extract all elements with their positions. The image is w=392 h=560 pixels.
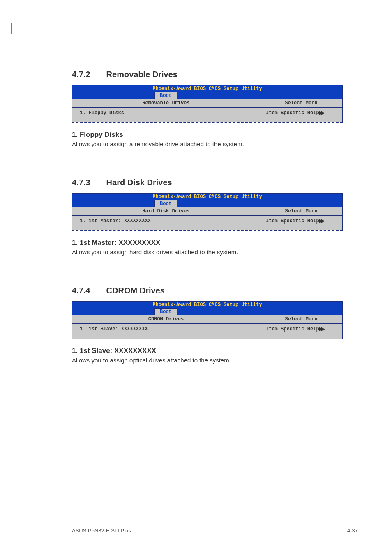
- bios-help-label: Item Specific Help: [266, 110, 319, 116]
- bios-bottom-dash: [72, 339, 343, 339]
- bios-header-row: Removable Drives Select Menu: [72, 99, 342, 107]
- forward-icon: ▶▶: [319, 326, 323, 331]
- subsection-heading: 1. 1st Master: XXXXXXXXX: [72, 239, 343, 247]
- bios-screen-removable: Phoenix-Award BIOS CMOS Setup Utility Bo…: [72, 85, 343, 122]
- bios-header-row: Hard Disk Drives Select Menu: [72, 207, 342, 215]
- bios-header-left: Removable Drives: [72, 99, 260, 107]
- bios-body-row: 1. Floppy Disks Item Specific Help▶▶: [72, 107, 342, 122]
- bios-title: Phoenix-Award BIOS CMOS Setup Utility: [72, 302, 342, 308]
- subsection-text: Allows you to assign a removable drive a…: [72, 141, 343, 147]
- bios-bottom-dash: [72, 230, 343, 231]
- footer-left: ASUS P5N32-E SLI Plus: [72, 528, 131, 534]
- forward-icon: ▶▶: [319, 110, 323, 115]
- bios-tab-row: Boot: [72, 92, 342, 99]
- crop-mark-left: [0, 23, 12, 34]
- bios-body-left: 1. Floppy Disks: [72, 107, 260, 122]
- section-number: 4.7.4: [72, 286, 104, 295]
- bios-tab-row: Boot: [72, 308, 342, 315]
- subsection-heading: 1. 1st Slave: XXXXXXXXX: [72, 347, 343, 355]
- footer-rule: [72, 523, 358, 523]
- bios-body-right: Item Specific Help▶▶: [260, 323, 342, 339]
- bios-title: Phoenix-Award BIOS CMOS Setup Utility: [72, 85, 342, 92]
- bios-screen-harddisk: Phoenix-Award BIOS CMOS Setup Utility Bo…: [72, 193, 343, 230]
- subsection-text: Allows you to assign optical drives atta…: [72, 357, 343, 364]
- bios-body-right: Item Specific Help▶▶: [260, 107, 342, 122]
- bios-tab-boot: Boot: [154, 92, 177, 99]
- section-title: CDROM Drives: [106, 286, 165, 295]
- subsection-text: Allows you to assign hard disk drives at…: [72, 249, 343, 256]
- footer-right: 4-37: [347, 528, 358, 534]
- bios-screen-cdrom: Phoenix-Award BIOS CMOS Setup Utility Bo…: [72, 301, 343, 339]
- bios-header-left: Hard Disk Drives: [72, 207, 260, 215]
- forward-icon: ▶▶: [319, 218, 323, 223]
- crop-mark-top: [24, 0, 35, 12]
- bios-body-row: 1. 1st Slave: XXXXXXXXX Item Specific He…: [72, 323, 342, 339]
- bios-bottom-dash: [72, 122, 343, 123]
- bios-body-row: 1. 1st Master: XXXXXXXXX Item Specific H…: [72, 215, 342, 230]
- bios-header-right: Select Menu: [260, 315, 342, 323]
- bios-body-right: Item Specific Help▶▶: [260, 215, 342, 230]
- bios-title: Phoenix-Award BIOS CMOS Setup Utility: [72, 194, 342, 200]
- bios-body-left: 1. 1st Slave: XXXXXXXXX: [72, 323, 260, 339]
- bios-help-label: Item Specific Help: [266, 326, 319, 332]
- section-title: Hard Disk Drives: [106, 178, 172, 187]
- section-number: 4.7.2: [72, 70, 104, 79]
- bios-tab-boot: Boot: [154, 308, 177, 315]
- section-heading-472: 4.7.2 Removable Drives: [72, 70, 343, 79]
- section-title: Removable Drives: [106, 70, 178, 79]
- bios-body-left: 1. 1st Master: XXXXXXXXX: [72, 215, 260, 230]
- bios-tab-row: Boot: [72, 200, 342, 207]
- section-heading-474: 4.7.4 CDROM Drives: [72, 286, 343, 295]
- bios-header-left: CDROM Drives: [72, 315, 260, 323]
- section-heading-473: 4.7.3 Hard Disk Drives: [72, 178, 343, 187]
- bios-header-right: Select Menu: [260, 99, 342, 107]
- bios-tab-boot: Boot: [154, 200, 177, 207]
- subsection-heading: 1. Floppy Disks: [72, 131, 343, 139]
- bios-header-row: CDROM Drives Select Menu: [72, 315, 342, 323]
- page-content: 4.7.2 Removable Drives Phoenix-Award BIO…: [0, 0, 392, 364]
- bios-help-label: Item Specific Help: [266, 218, 319, 224]
- page-footer: ASUS P5N32-E SLI Plus 4-37: [72, 528, 358, 534]
- section-number: 4.7.3: [72, 178, 104, 187]
- bios-header-right: Select Menu: [260, 207, 342, 215]
